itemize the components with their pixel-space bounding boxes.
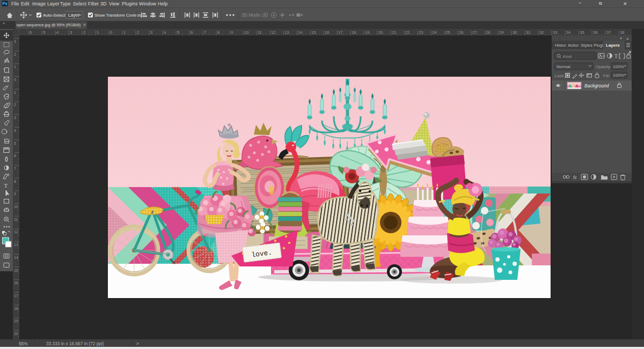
- svg-text:26: 26: [459, 30, 463, 35]
- svg-text:16: 16: [14, 281, 18, 285]
- svg-text:×: ×: [626, 36, 629, 41]
- svg-text:10: 10: [244, 30, 248, 35]
- svg-text:30: 30: [513, 30, 517, 35]
- svg-text:2: 2: [14, 53, 16, 56]
- svg-text:Lock:: Lock:: [554, 73, 565, 78]
- svg-text:Kind: Kind: [563, 54, 572, 59]
- svg-text:6: 6: [191, 30, 193, 35]
- svg-text:15: 15: [14, 269, 18, 272]
- svg-text:3D Mode:: 3D Mode:: [241, 12, 261, 18]
- svg-text:T: T: [4, 182, 8, 189]
- svg-text:5: 5: [14, 142, 16, 145]
- svg-text:1: 1: [123, 30, 126, 35]
- svg-text:16: 16: [325, 30, 329, 35]
- svg-text:3: 3: [14, 40, 16, 43]
- svg-text:Actior: Actior: [568, 43, 579, 48]
- svg-text:11: 11: [258, 30, 262, 35]
- svg-text:8: 8: [14, 180, 16, 183]
- svg-text:14: 14: [298, 30, 302, 35]
- svg-text:14: 14: [14, 256, 18, 259]
- svg-text:29: 29: [499, 30, 503, 35]
- svg-text:22: 22: [405, 30, 409, 35]
- svg-text:4: 4: [164, 30, 166, 35]
- svg-text:Styles: Styles: [581, 43, 592, 48]
- svg-text:13: 13: [14, 243, 18, 247]
- svg-text:6: 6: [14, 154, 16, 158]
- svg-text:32: 32: [539, 30, 544, 35]
- svg-text:19: 19: [365, 30, 369, 35]
- svg-text:«: «: [620, 36, 622, 40]
- svg-text:27: 27: [472, 30, 477, 35]
- svg-text:Opacity:: Opacity:: [596, 64, 611, 69]
- svg-text:Plugir: Plugir: [594, 43, 605, 48]
- svg-text:3: 3: [150, 30, 152, 35]
- svg-text:2: 2: [83, 30, 85, 35]
- svg-text:100%: 100%: [613, 64, 624, 69]
- svg-text:1: 1: [97, 30, 99, 35]
- svg-text:2: 2: [137, 30, 139, 35]
- svg-text:33: 33: [553, 30, 557, 35]
- svg-text:8: 8: [217, 30, 219, 35]
- svg-text:10: 10: [14, 205, 18, 209]
- svg-text:37: 37: [606, 30, 611, 35]
- svg-text:15: 15: [311, 30, 316, 35]
- svg-text:Show Transform Controls: Show Transform Controls: [94, 13, 142, 18]
- svg-text:36: 36: [593, 30, 597, 35]
- svg-text:28: 28: [486, 30, 490, 35]
- svg-text:9: 9: [231, 30, 233, 35]
- svg-text:19: 19: [14, 319, 18, 323]
- svg-text:Fill:: Fill:: [603, 73, 610, 78]
- svg-text:18: 18: [352, 30, 356, 35]
- svg-text:Background: Background: [584, 83, 609, 88]
- svg-text:0: 0: [110, 30, 112, 35]
- svg-text:38: 38: [620, 30, 624, 35]
- svg-text:fx: fx: [573, 175, 577, 180]
- svg-text:3: 3: [70, 30, 72, 35]
- svg-text:Auto-Select:: Auto-Select:: [43, 13, 67, 18]
- svg-text:13: 13: [284, 30, 289, 35]
- svg-text:24: 24: [432, 30, 436, 35]
- svg-text:35: 35: [580, 30, 584, 35]
- svg-text:21: 21: [392, 30, 396, 35]
- svg-text:17: 17: [338, 30, 342, 35]
- svg-text:5: 5: [43, 30, 45, 35]
- svg-text:Layer: Layer: [68, 12, 79, 18]
- svg-text:34: 34: [566, 30, 570, 35]
- svg-text:17: 17: [14, 294, 18, 298]
- svg-text:12: 12: [14, 230, 18, 234]
- svg-text:11: 11: [14, 218, 18, 221]
- svg-text:31: 31: [526, 30, 530, 35]
- svg-text:3: 3: [14, 116, 16, 120]
- svg-text:Normal: Normal: [557, 64, 570, 69]
- svg-text:4: 4: [56, 30, 58, 35]
- svg-text:23: 23: [419, 30, 423, 35]
- svg-text:2: 2: [14, 103, 16, 107]
- svg-text:4: 4: [14, 129, 16, 132]
- svg-text:1: 1: [14, 65, 16, 69]
- svg-text:1: 1: [14, 91, 16, 94]
- svg-text:18: 18: [14, 307, 18, 310]
- svg-text:7: 7: [204, 30, 206, 35]
- svg-text:9: 9: [14, 192, 16, 196]
- svg-text:5: 5: [177, 30, 179, 35]
- svg-text:12: 12: [271, 30, 275, 35]
- svg-text:T: T: [614, 54, 618, 59]
- svg-text:20: 20: [14, 332, 18, 336]
- svg-text:6: 6: [30, 30, 32, 35]
- svg-text:20: 20: [378, 30, 383, 35]
- svg-text:7: 7: [14, 167, 16, 170]
- svg-text:100%: 100%: [613, 73, 624, 78]
- svg-text:25: 25: [445, 30, 450, 35]
- svg-text:Histor: Histor: [555, 43, 566, 48]
- svg-text:0: 0: [14, 78, 16, 81]
- svg-text:Layers: Layers: [606, 43, 620, 48]
